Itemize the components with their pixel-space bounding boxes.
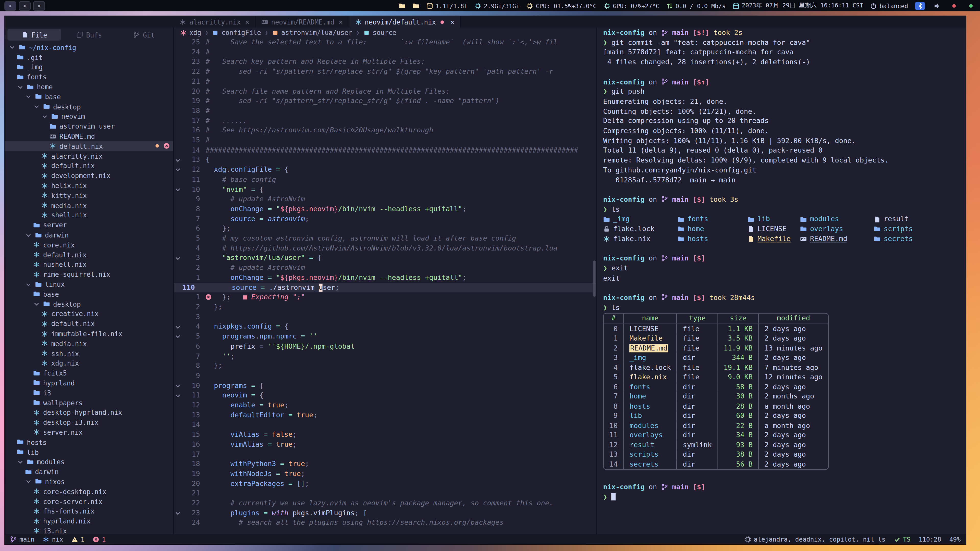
terminal-pane[interactable]: nix-config on main [$!] took 2s❯ git com… <box>596 27 966 534</box>
tree-item[interactable]: darwin <box>5 230 173 240</box>
tree-item[interactable]: development.nix <box>5 171 173 181</box>
tree-item[interactable]: helix.nix <box>5 181 173 191</box>
mount-home[interactable] <box>412 2 419 9</box>
terminal-input-line[interactable]: ❯ <box>603 492 966 502</box>
code-line[interactable]: 3 "astronvim/lua/user" = { <box>174 253 597 263</box>
tree-item[interactable]: darwin <box>5 467 173 477</box>
tree-item[interactable]: core-desktop.nix <box>5 486 173 496</box>
tab-close-icon[interactable]: × <box>339 18 343 26</box>
tree-item[interactable]: fhs-fonts.nix <box>5 507 173 516</box>
lsp-clients[interactable]: alejandra, deadnix, copilot, nil_ls <box>745 536 886 543</box>
diagnostic-warnings[interactable]: 1 <box>72 536 85 543</box>
code-line[interactable]: 17# ...... <box>174 116 597 126</box>
diagnostic-errors[interactable]: 1 <box>93 536 106 543</box>
code-line[interactable]: 13 defaultEditor = true; <box>174 410 597 420</box>
code-line[interactable]: 20 extraPackages = []; <box>174 479 597 489</box>
code-line[interactable]: 4 # https://github.com/AstroNvim/AstroNv… <box>174 244 597 253</box>
code-line[interactable]: 1 };■ Expecting ";" <box>174 292 597 302</box>
treesitter-status[interactable]: TS <box>894 536 910 543</box>
tree-item[interactable]: fonts <box>5 72 173 82</box>
editor-pane[interactable]: xdg❯configFile❯astronvim/lua/user❯source… <box>174 27 597 534</box>
code-line[interactable]: 22# sed -ri "s/pattern_str/replace_str/g… <box>174 67 597 76</box>
code-line[interactable]: 8 }; <box>174 361 597 371</box>
tree-item[interactable]: server <box>5 220 173 230</box>
code-line[interactable]: 12 enable = true; <box>174 400 597 410</box>
tree-item[interactable]: hosts <box>5 437 173 447</box>
tree-item[interactable]: astronvim_user <box>5 121 173 131</box>
code-line[interactable]: 5 programs.npm.npmrc = '' <box>174 332 597 341</box>
tree-item[interactable]: server.nix <box>5 427 173 437</box>
code-line[interactable]: 9 # update AstroNvim <box>174 194 597 204</box>
code-line[interactable]: 6 prefix = ''${HOME}/.npm-global <box>174 341 597 351</box>
tree-item[interactable]: i3.nix <box>5 526 173 534</box>
code-line[interactable]: 14 <box>174 420 597 430</box>
code-line[interactable]: 14######################################… <box>174 145 597 155</box>
tree-item[interactable]: .git <box>5 52 173 62</box>
workspace-button[interactable]: ▪ <box>4 1 16 11</box>
tree-item[interactable]: desktop-i3.nix <box>5 418 173 427</box>
tree-tab-bufs[interactable]: Bufs <box>62 29 116 41</box>
tree-item[interactable]: README.md <box>5 131 173 141</box>
picker-tray-icon[interactable] <box>966 2 976 10</box>
code-line[interactable]: 5 # my cusotom astronvim config, astronv… <box>174 233 597 243</box>
code-line[interactable]: 7 ''; <box>174 351 597 361</box>
code-line[interactable]: 21 <box>174 489 597 499</box>
code-line[interactable]: 10 programs = { <box>174 381 597 391</box>
code-line[interactable]: 4 nixpkgs.config = { <box>174 322 597 332</box>
scroll-percent[interactable]: 49% <box>950 536 961 543</box>
tree-item[interactable]: _img <box>5 62 173 72</box>
tree-item[interactable]: creative.nix <box>5 309 173 319</box>
code-line[interactable]: 6 }; <box>174 224 597 233</box>
power-profile[interactable]: balanced <box>870 2 908 9</box>
network-speed[interactable]: 0.0 / 0.0 Mb/s <box>666 2 725 9</box>
code-line[interactable]: 18 withPython3 = true; <box>174 459 597 469</box>
workspace-button[interactable]: ▪ <box>33 1 45 11</box>
code-line[interactable]: 22 # currently we use lazy.nvim as neovi… <box>174 499 597 508</box>
tree-item[interactable]: fcitx5 <box>5 368 173 378</box>
tree-item[interactable]: xdg.nix <box>5 358 173 368</box>
code-line[interactable]: 17 <box>174 449 597 459</box>
tree-item[interactable]: core.nix <box>5 240 173 250</box>
code-line[interactable]: 23# Search key pattern and Replace in Mu… <box>174 57 597 67</box>
mount-root[interactable] <box>398 2 405 9</box>
breadcrumb-item[interactable]: astronvim/lua/user <box>272 29 352 36</box>
code-line[interactable]: 24# <box>174 47 597 57</box>
tree-item[interactable]: default.nix <box>5 250 173 260</box>
breadcrumb-item[interactable]: source <box>363 29 396 36</box>
tree-item[interactable]: modules <box>5 457 173 467</box>
workspace-button[interactable]: ▪ <box>19 1 30 11</box>
tree-item[interactable]: i3 <box>5 388 173 398</box>
tree-item[interactable]: default.nix <box>5 141 173 151</box>
tree-item[interactable]: ssh.nix <box>5 348 173 359</box>
tree-item[interactable]: wallpapers <box>5 398 173 408</box>
tree-item[interactable]: media.nix <box>5 200 173 210</box>
tree-item[interactable]: core-server.nix <box>5 496 173 507</box>
code-line[interactable]: 21# <box>174 77 597 86</box>
code-line[interactable]: 19 withNodeJs = true; <box>174 469 597 479</box>
code-line[interactable]: 20# Search file name pattern and Replace… <box>174 86 597 96</box>
tree-item[interactable]: hyprland.nix <box>5 516 173 526</box>
record-tray-icon[interactable] <box>949 2 959 10</box>
breadcrumb-item[interactable]: configFile <box>212 29 261 36</box>
tree-item[interactable]: alacritty.nix <box>5 151 173 161</box>
tree-item[interactable]: ~/nix-config <box>5 43 173 52</box>
tree-tab-git[interactable]: Git <box>117 29 171 41</box>
code-line[interactable]: 23 plugins = with pkgs.vimPlugins; [ <box>174 508 597 518</box>
code-line[interactable]: 11 neovim = { <box>174 391 597 400</box>
code-area[interactable]: 25# Save the selected text to a file: `:… <box>174 38 597 528</box>
tree-item[interactable]: immutable-file.nix <box>5 329 173 338</box>
code-line[interactable]: 24 # search all the plugins using https:… <box>174 518 597 528</box>
tree-item[interactable]: desktop <box>5 299 173 309</box>
code-line[interactable]: 19# sed -ri "s/pattern_str/replace_str/g… <box>174 97 597 106</box>
volume-tray-icon[interactable] <box>932 2 942 10</box>
code-line[interactable]: 16 vimAlias = true; <box>174 440 597 449</box>
code-line[interactable]: 110 source = ./astronvim_user; <box>174 283 597 292</box>
tree-item[interactable]: neovim <box>5 111 173 121</box>
tab-close-icon[interactable]: × <box>245 18 249 26</box>
tree-item[interactable]: linux <box>5 279 173 289</box>
code-line[interactable]: 12 xdg.configFile = { <box>174 165 597 175</box>
code-line[interactable]: 3 <box>174 312 597 322</box>
editor-tab[interactable]: neovim/README.md× <box>256 16 349 27</box>
bluetooth-tray-icon[interactable] <box>915 2 925 10</box>
tree-item[interactable]: base <box>5 92 173 102</box>
